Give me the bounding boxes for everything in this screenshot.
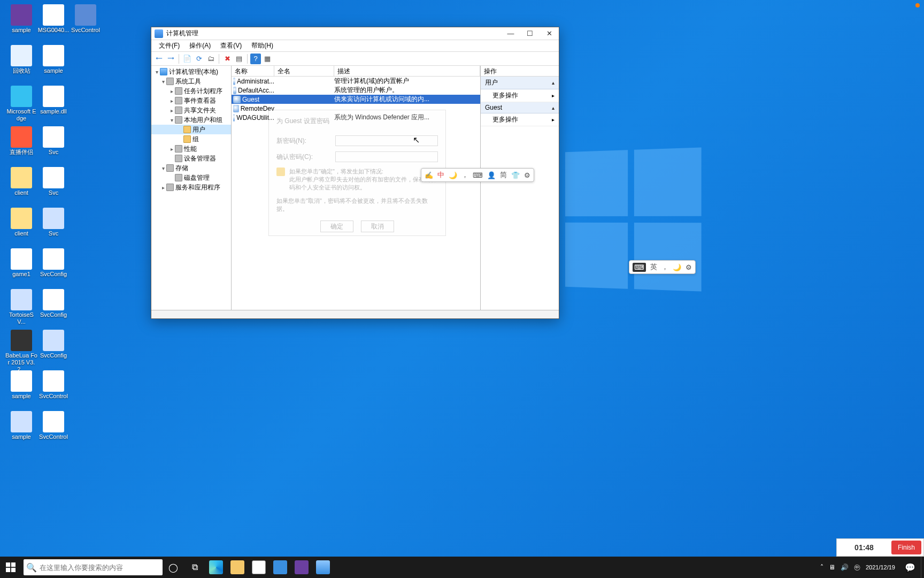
minimize-button[interactable]: — <box>501 28 520 40</box>
tray-chevron-icon[interactable]: ˄ <box>820 564 823 571</box>
desktop-icon[interactable]: sample <box>4 411 38 440</box>
ime-settings-icon[interactable]: ⚙ <box>686 263 692 271</box>
tree-event-viewer[interactable]: ▸事件查看器 <box>151 96 231 105</box>
taskbar-store[interactable] <box>248 557 270 578</box>
desktop-icon[interactable]: client <box>4 167 38 196</box>
actions-more-2[interactable]: 更多操作▸ <box>481 113 559 126</box>
ime-toolbar-2[interactable]: ⌨ 英 ， 🌙 ⚙ <box>629 260 696 274</box>
export-button[interactable]: 🗂 <box>205 54 216 64</box>
titlebar[interactable]: 计算机管理 — ☐ ✕ <box>151 27 559 40</box>
desktop-icon[interactable]: sample <box>4 370 38 400</box>
taskbar-explorer[interactable] <box>227 557 248 578</box>
desktop-icon[interactable]: SvcControl <box>36 411 71 440</box>
desktop-icon[interactable]: 直播伴侣 <box>4 126 38 156</box>
tree-storage[interactable]: ▾存储 <box>151 163 231 173</box>
taskbar-compmgmt[interactable] <box>312 557 334 578</box>
show-desktop-button[interactable] <box>921 557 924 578</box>
desktop-icon[interactable]: TortoiseSV... <box>4 289 38 325</box>
actions-section-guest[interactable]: Guest▴ <box>481 102 559 113</box>
ime-settings-icon[interactable]: ⚙ <box>524 171 530 179</box>
desktop-icon[interactable]: Svc <box>36 126 71 156</box>
desktop-icon[interactable]: SvcControl <box>36 370 71 400</box>
tree-performance[interactable]: ▸性能 <box>151 144 231 154</box>
close-button[interactable]: ✕ <box>540 28 559 40</box>
search-input[interactable] <box>40 564 163 572</box>
col-name[interactable]: 名称 <box>232 66 274 76</box>
refresh-button[interactable]: ⟳ <box>194 54 204 64</box>
desktop-icon[interactable]: SvcConfig <box>36 289 71 318</box>
desktop-icon[interactable]: SvcConfig <box>36 330 71 359</box>
tree-shared-folders[interactable]: ▸共享文件夹 <box>151 105 231 115</box>
tree-root[interactable]: ▾计算机管理(本地) <box>151 67 231 77</box>
tree-users[interactable]: 用户 <box>151 125 231 134</box>
nav-tree[interactable]: ▾计算机管理(本地) ▾系统工具 ▸任务计划程序 ▸事件查看器 ▸共享文件夹 ▾… <box>151 66 232 310</box>
taskbar-clock[interactable]: 2021/12/19 <box>866 564 899 571</box>
tree-device-manager[interactable]: 设备管理器 <box>151 154 231 163</box>
maximize-button[interactable]: ☐ <box>520 28 540 40</box>
finish-button[interactable]: Finish <box>891 541 921 554</box>
users-list[interactable]: 名称 全名 描述 Administrat...管理计算机(域)的内置帐户Defa… <box>232 66 481 310</box>
taskbar-mail[interactable] <box>270 557 291 578</box>
tree-disk-mgmt[interactable]: 磁盘管理 <box>151 173 231 182</box>
ime-punct[interactable]: ， <box>461 170 468 180</box>
menu-view[interactable]: 查看(V) <box>216 40 246 51</box>
ime-lang-cn[interactable]: 中 <box>437 170 444 180</box>
desktop-icon[interactable]: sample.dll <box>36 86 71 115</box>
tree-services[interactable]: ▸服务和应用程序 <box>151 182 231 192</box>
desktop-icon[interactable]: game1 <box>4 248 38 278</box>
desktop-icon[interactable]: Svc <box>36 167 71 196</box>
ime-moon-icon[interactable]: 🌙 <box>673 263 681 271</box>
menu-file[interactable]: 文件(F) <box>155 40 184 51</box>
ime-keyboard-icon[interactable]: ⌨ <box>473 171 483 179</box>
delete-button[interactable]: ✖ <box>222 54 233 64</box>
user-row[interactable]: Administrat...管理计算机(域)的内置帐户 <box>232 77 480 86</box>
desktop-icon[interactable]: sample <box>4 4 38 34</box>
help-button[interactable]: ? <box>250 54 261 64</box>
desktop-icon[interactable]: 回收站 <box>4 45 38 74</box>
ime-punct[interactable]: ， <box>661 262 668 272</box>
desktop-icon[interactable]: SvcControl <box>68 4 103 34</box>
desktop-icon[interactable]: client <box>4 208 38 237</box>
menu-action[interactable]: 操作(A) <box>185 40 215 51</box>
ime-moon-icon[interactable]: 🌙 <box>449 171 457 179</box>
menu-help[interactable]: 帮助(H) <box>247 40 278 51</box>
tree-system-tools[interactable]: ▾系统工具 <box>151 77 231 86</box>
ime-toolbar-1[interactable]: ✍ 中 🌙 ， ⌨ 👤 简 👕 ⚙ <box>421 168 534 182</box>
col-description[interactable]: 描述 <box>334 66 480 76</box>
tray-ime-icon[interactable]: ㊥ <box>854 563 860 572</box>
up-button[interactable]: 📄 <box>182 54 192 64</box>
ime-keyboard-icon[interactable]: ⌨ <box>633 263 646 272</box>
tray-notifications-icon[interactable]: 💬 <box>899 557 921 578</box>
actions-more-1[interactable]: 更多操作▸ <box>481 89 559 102</box>
ime-lang-en[interactable]: 英 <box>650 262 657 272</box>
cortana-button[interactable]: ◯ <box>163 557 184 578</box>
taskview-button[interactable]: ⧉ <box>184 557 205 578</box>
desktop-icon[interactable]: sample <box>36 45 71 74</box>
col-fullname[interactable]: 全名 <box>274 66 334 76</box>
ime-user-icon[interactable]: 👤 <box>487 171 496 179</box>
taskbar-visualstudio[interactable] <box>291 557 312 578</box>
taskbar-edge[interactable] <box>205 557 227 578</box>
tray-volume-icon[interactable]: 🔊 <box>841 564 849 571</box>
actions-section-users[interactable]: 用户▴ <box>481 77 559 89</box>
properties-button[interactable]: ▤ <box>234 54 244 64</box>
extra-button[interactable]: ▦ <box>262 54 273 64</box>
user-row[interactable]: RemoteDev <box>232 104 480 113</box>
user-row[interactable]: DefaultAcc...系统管理的用户帐户。 <box>232 86 480 95</box>
ime-simplified[interactable]: 简 <box>500 170 507 180</box>
desktop-icon[interactable]: BabeLua For 2015 V3.2... <box>4 330 38 373</box>
system-tray[interactable]: ˄ 🖥 🔊 ㊥ <box>815 563 866 572</box>
ime-logo-icon[interactable]: ✍ <box>425 171 433 179</box>
start-button[interactable] <box>0 557 21 578</box>
forward-button[interactable]: ⭢ <box>165 54 176 64</box>
user-row[interactable]: Guest供来宾访问计算机或访问域的内... <box>232 95 480 104</box>
desktop-icon[interactable]: SvcConfig <box>36 248 71 278</box>
desktop-icon[interactable]: Svc <box>36 208 71 237</box>
ime-skin-icon[interactable]: 👕 <box>511 171 520 179</box>
desktop-icon[interactable]: Microsoft Edge <box>4 86 38 122</box>
tree-groups[interactable]: 组 <box>151 134 231 144</box>
user-row[interactable]: WDAGUtilit...系统为 Windows Defender 应用... <box>232 113 480 122</box>
desktop-icon[interactable]: MSG0040... <box>36 4 71 34</box>
tray-network-icon[interactable]: 🖥 <box>829 564 835 571</box>
tree-task-scheduler[interactable]: ▸任务计划程序 <box>151 86 231 96</box>
